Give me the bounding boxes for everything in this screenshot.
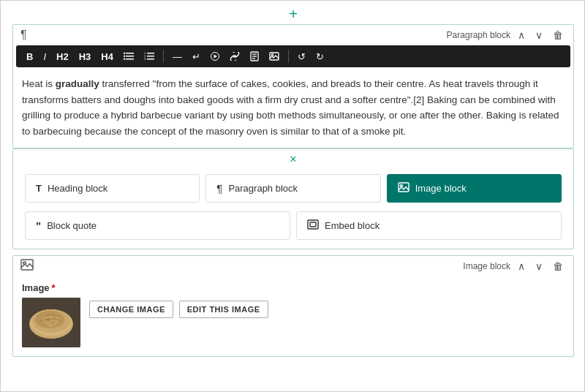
svg-point-4 (124, 56, 125, 57)
change-image-button[interactable]: CHANGE IMAGE (89, 301, 173, 318)
paragraph-bold-word: gradually (56, 78, 99, 89)
paragraph-icon: ¶ (20, 29, 27, 42)
image-delete-button[interactable]: 🗑 (550, 259, 566, 274)
image-field-label: Image* (22, 282, 565, 293)
block-inserter: × T Heading block ¶ Paragraph block Imag… (12, 148, 574, 249)
image-block-type-label: Image block (463, 261, 510, 271)
paragraph-block-icon: ¶ (216, 182, 222, 195)
svg-rect-22 (308, 220, 318, 229)
image-block-header-left (20, 259, 34, 274)
svg-rect-8 (147, 59, 154, 60)
image-chevron-down[interactable]: ∨ (532, 259, 546, 274)
svg-text:3.: 3. (144, 58, 146, 61)
image-required-marker: * (52, 282, 56, 293)
inserter-image-label: Image block (415, 183, 467, 194)
svg-point-32 (53, 317, 56, 319)
svg-rect-0 (126, 53, 134, 54)
add-block-row: + (1, 1, 585, 24)
toolbar-link-button[interactable] (225, 49, 244, 64)
paragraph-block-header-left: ¶ (20, 29, 27, 42)
inserter-grid-top: T Heading block ¶ Paragraph block Image … (13, 168, 573, 211)
image-block-icon (20, 259, 34, 274)
svg-point-5 (124, 59, 125, 60)
paragraph-block-header: ¶ Paragraph block ∧ ∨ 🗑 (13, 25, 573, 45)
paragraph-block-type-label: Paragraph block (447, 30, 510, 40)
toolbar-h3-button[interactable]: H3 (75, 49, 96, 64)
toolbar-rotate-left-button[interactable]: ↺ (293, 49, 310, 64)
inserter-embed-label: Embed block (325, 220, 380, 231)
svg-point-31 (46, 318, 50, 321)
paragraph-delete-button[interactable]: 🗑 (550, 28, 566, 42)
paragraph-block-header-right: Paragraph block ∧ ∨ 🗑 (447, 28, 566, 42)
toolbar-play-button[interactable] (206, 49, 224, 64)
image-thumbnail (22, 298, 80, 347)
paragraph-chevron-up[interactable]: ∧ (515, 28, 528, 42)
editor-container: + ¶ Paragraph block ∧ ∨ 🗑 B I H2 H3 H4 (1, 1, 585, 392)
image-chevron-up[interactable]: ∧ (515, 259, 528, 274)
inserter-image-block[interactable]: Image block (387, 174, 562, 203)
svg-point-33 (50, 322, 55, 324)
image-block-content: Image* (13, 276, 573, 356)
svg-point-3 (124, 53, 125, 54)
toolbar-italic-button[interactable]: I (39, 49, 50, 64)
inserter-heading-block[interactable]: T Heading block (25, 174, 200, 203)
toolbar-list-ordered-button[interactable]: 1.2.3. (140, 49, 159, 64)
image-block: Image block ∧ ∨ 🗑 Image* (12, 255, 574, 357)
toolbar-rotate-right-button[interactable]: ↻ (312, 49, 328, 64)
inserter-blockquote-block[interactable]: " Block quote (25, 211, 290, 240)
svg-rect-7 (147, 56, 154, 57)
inserter-close-button[interactable]: × (290, 154, 296, 165)
svg-rect-18 (270, 53, 279, 60)
toolbar-sep-2 (288, 50, 289, 63)
svg-rect-2 (126, 59, 134, 60)
inserter-heading-label: Heading block (48, 183, 107, 194)
toolbar-image-button[interactable] (265, 49, 284, 64)
svg-rect-1 (126, 56, 134, 57)
svg-rect-20 (399, 183, 409, 192)
svg-marker-13 (214, 55, 217, 59)
inserter-paragraph-block[interactable]: ¶ Paragraph block (205, 174, 380, 203)
image-block-header-right: Image block ∧ ∨ 🗑 (463, 259, 566, 274)
paragraph-toolbar: B I H2 H3 H4 1.2.3. — ↵ (16, 45, 570, 67)
image-block-header: Image block ∧ ∨ 🗑 (13, 256, 573, 276)
toolbar-hr-button[interactable]: — (168, 49, 186, 64)
svg-point-19 (271, 54, 273, 56)
image-preview-row: CHANGE IMAGE EDIT THIS IMAGE (22, 298, 565, 347)
image-actions: CHANGE IMAGE EDIT THIS IMAGE (89, 298, 268, 318)
image-block-icon-inserter (398, 182, 410, 195)
svg-rect-23 (310, 222, 316, 227)
inserter-grid-bottom: " Block quote Embed block (13, 211, 573, 249)
paragraph-block: ¶ Paragraph block ∧ ∨ 🗑 B I H2 H3 H4 1.2… (12, 24, 574, 148)
inserter-paragraph-label: Paragraph block (228, 183, 298, 194)
paragraph-text: Heat is gradually transferred "from the … (13, 70, 573, 148)
blockquote-icon: " (36, 219, 41, 232)
svg-rect-6 (147, 53, 154, 54)
toolbar-h4-button[interactable]: H4 (97, 49, 118, 64)
paragraph-text-after-bold: transferred "from the surface of cakes, … (22, 78, 559, 137)
inserter-blockquote-label: Block quote (47, 220, 97, 231)
toolbar-doc-button[interactable] (246, 48, 263, 64)
edit-image-button[interactable]: EDIT THIS IMAGE (179, 301, 268, 318)
toolbar-bold-button[interactable]: B (22, 49, 37, 64)
toolbar-h2-button[interactable]: H2 (52, 49, 73, 64)
paragraph-chevron-down[interactable]: ∨ (532, 28, 546, 42)
toolbar-return-button[interactable]: ↵ (188, 49, 205, 64)
toolbar-sep-1 (163, 50, 164, 63)
inserter-close-row: × (13, 149, 573, 168)
paragraph-text-before-bold: Heat is (22, 78, 56, 89)
inserter-embed-block[interactable]: Embed block (296, 211, 562, 240)
toolbar-list-unordered-button[interactable] (119, 49, 138, 64)
embed-icon (307, 219, 319, 232)
add-block-button[interactable]: + (289, 7, 298, 21)
heading-block-icon: T (36, 183, 42, 194)
